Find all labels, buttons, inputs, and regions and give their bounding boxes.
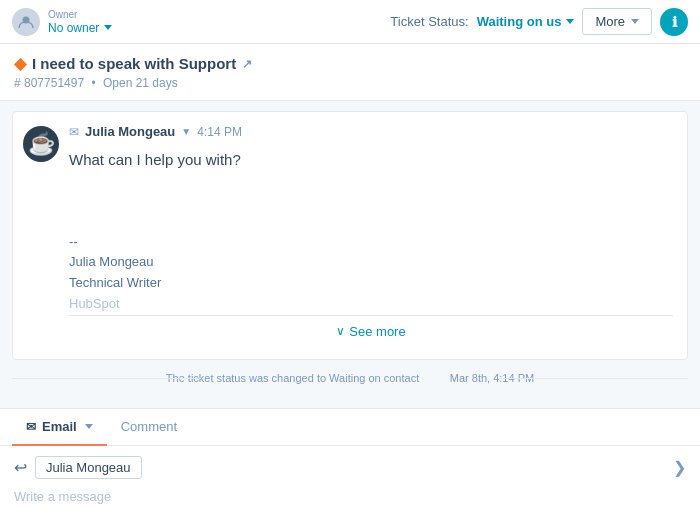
reply-back-icon[interactable]: ↩	[14, 458, 27, 477]
ticket-open-days: Open 21 days	[103, 76, 178, 90]
message-email-icon: ✉	[69, 125, 79, 139]
ticket-title-bar: ◆ I need to speak with Support ↗ # 80775…	[0, 44, 700, 101]
email-tab-icon: ✉	[26, 420, 36, 434]
ticket-status-badge[interactable]: Waiting on us	[477, 14, 575, 29]
signature-title: Technical Writer	[69, 273, 673, 294]
ticket-status-section: Ticket Status: Waiting on us More ℹ	[390, 8, 688, 36]
owner-name-link[interactable]: No owner	[48, 21, 112, 35]
external-link-icon[interactable]: ↗	[242, 57, 252, 71]
write-message-placeholder[interactable]: Write a message	[14, 487, 686, 506]
reply-area: ✉ Email Comment ↩ Julia Mongeau ❯ Write …	[0, 408, 700, 508]
ticket-number: # 807751497	[14, 76, 84, 90]
recipient-chip[interactable]: Julia Mongeau	[35, 456, 142, 479]
status-notification: The ticket status was changed to Waiting…	[12, 366, 688, 390]
tab-comment[interactable]: Comment	[107, 409, 191, 446]
signature-name: Julia Mongeau	[69, 252, 673, 273]
owner-section: Owner No owner	[12, 8, 112, 36]
info-button[interactable]: ℹ	[660, 8, 688, 36]
ticket-meta: # 807751497 • Open 21 days	[14, 76, 686, 90]
email-tab-chevron	[85, 424, 93, 429]
owner-info: Owner No owner	[48, 9, 112, 35]
owner-label: Owner	[48, 9, 112, 21]
message-avatar-col: ☕	[13, 112, 69, 359]
message-card: ☕ ✉ Julia Mongeau ▼ 4:14 PM What can I h…	[12, 111, 688, 360]
message-header: ✉ Julia Mongeau ▼ 4:14 PM	[69, 124, 673, 139]
top-bar: Owner No owner Ticket Status: Waiting on…	[0, 0, 700, 44]
status-change-text: The ticket status was changed to Waiting…	[166, 372, 534, 384]
signature-dash: --	[69, 232, 673, 253]
collapse-button[interactable]: ❯	[673, 458, 686, 477]
ticket-title: ◆ I need to speak with Support ↗	[14, 54, 686, 73]
owner-dropdown-icon	[104, 25, 112, 30]
ticket-brand-icon: ◆	[14, 54, 26, 73]
message-time: 4:14 PM	[197, 125, 242, 139]
message-arrow-icon[interactable]: ▼	[181, 126, 191, 137]
reply-tabs: ✉ Email Comment	[0, 409, 700, 446]
see-more-button[interactable]: ∨ See more	[69, 315, 673, 347]
page-wrapper: Owner No owner Ticket Status: Waiting on…	[0, 0, 700, 508]
tab-email[interactable]: ✉ Email	[12, 409, 107, 446]
more-button[interactable]: More	[582, 8, 652, 35]
main-content: ☕ ✉ Julia Mongeau ▼ 4:14 PM What can I h…	[0, 101, 700, 413]
message-body: ✉ Julia Mongeau ▼ 4:14 PM What can I hel…	[69, 112, 687, 359]
message-body-text: What can I help you with?	[69, 149, 673, 172]
message-sender-name: Julia Mongeau	[85, 124, 175, 139]
signature-company: HubSpot	[69, 294, 673, 315]
message-signature: -- Julia Mongeau Technical Writer HubSpo…	[69, 232, 673, 315]
more-dropdown-icon	[631, 19, 639, 24]
sender-avatar: ☕	[23, 126, 59, 162]
reply-recipient-row: ↩ Julia Mongeau ❯	[14, 456, 686, 479]
ticket-status-label: Ticket Status:	[390, 14, 468, 29]
status-dropdown-icon	[566, 19, 574, 24]
owner-avatar	[12, 8, 40, 36]
reply-input-area: ↩ Julia Mongeau ❯ Write a message	[0, 446, 700, 508]
